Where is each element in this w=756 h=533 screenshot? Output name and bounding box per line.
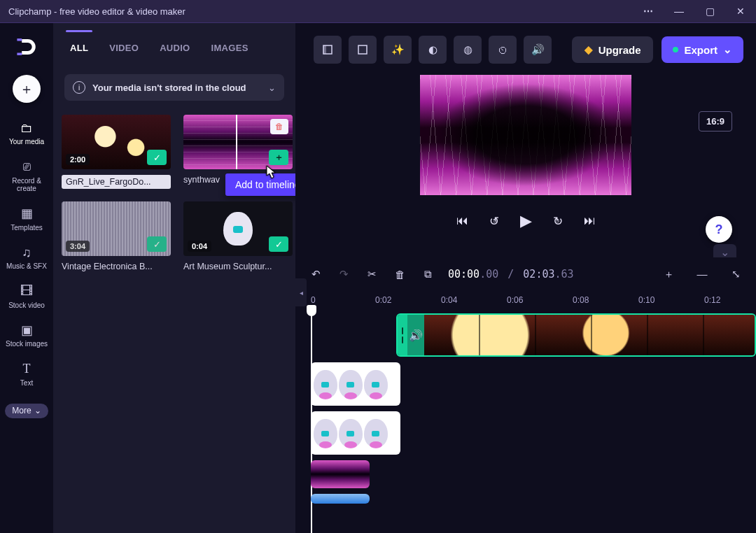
upgrade-button[interactable]: ◆ Upgrade xyxy=(572,36,654,63)
timeline-clip-video[interactable]: 🔊 xyxy=(396,313,756,357)
scrub-indicator xyxy=(236,115,237,169)
check-icon: ✓ xyxy=(147,236,167,252)
help-button[interactable]: ? xyxy=(706,216,732,243)
tab-video[interactable]: VIDEO xyxy=(106,37,141,63)
close-button[interactable]: ✕ xyxy=(725,1,756,22)
effects-button[interactable]: ✨ xyxy=(384,36,412,64)
ruler-mark: 0:02 xyxy=(375,295,391,305)
copy-button[interactable]: ⧉ xyxy=(420,268,435,280)
nav-label: Your media xyxy=(9,138,44,146)
rewind-5s-button[interactable]: ↺5 xyxy=(489,214,499,229)
crop-button[interactable] xyxy=(349,36,377,64)
delete-media-button[interactable]: 🗑 xyxy=(270,119,288,134)
nav-templates[interactable]: ▦ Templates xyxy=(1,203,52,239)
clip-thumbnail xyxy=(424,315,755,355)
nav-record-create[interactable]: ⎚ Record & create xyxy=(1,156,52,200)
import-media-button[interactable]: ＋ xyxy=(13,75,41,103)
tab-images[interactable]: IMAGES xyxy=(209,37,251,63)
media-item[interactable]: 3:04 ✓ Vintage Electronica B... xyxy=(62,201,171,271)
track-row[interactable] xyxy=(295,491,756,505)
clipchamp-logo xyxy=(10,30,43,64)
timeline-clip-video[interactable] xyxy=(311,460,370,488)
cloud-notice-text: Your media isn't stored in the cloud xyxy=(92,83,246,93)
media-duration: 3:04 xyxy=(66,241,90,252)
media-item[interactable]: 🗑 ＋ synthwav Add to timeline xyxy=(183,115,293,189)
timeline-clip-image[interactable] xyxy=(311,411,400,455)
track-row[interactable] xyxy=(295,360,756,408)
media-thumbnail[interactable]: 3:04 ✓ xyxy=(62,201,171,256)
zoom-in-button[interactable]: ＋ xyxy=(661,268,676,281)
add-to-timeline-button[interactable]: ＋ xyxy=(269,150,288,165)
layout-button[interactable] xyxy=(314,36,342,64)
minimize-button[interactable]: — xyxy=(664,1,694,22)
nav-more-button[interactable]: More⌄ xyxy=(5,404,48,418)
split-button[interactable]: ✂ xyxy=(364,268,379,280)
tab-all[interactable]: ALL xyxy=(67,37,91,63)
timeline-tracks[interactable]: 🔊 xyxy=(295,311,756,533)
media-thumbnail[interactable]: 2:00 ✓ xyxy=(62,115,171,169)
nav-label: Record & create xyxy=(12,177,41,193)
collapse-preview-button[interactable]: ⌄ xyxy=(713,244,736,259)
adjust-button[interactable]: ◐ xyxy=(419,36,447,64)
clip-resize-handle[interactable] xyxy=(398,315,407,355)
collapse-panel-button[interactable]: ◂ xyxy=(295,278,307,306)
ruler-mark: 0:08 xyxy=(573,295,589,305)
nav-label: Stock images xyxy=(6,340,48,348)
image-icon: ▣ xyxy=(21,323,33,337)
svg-rect-3 xyxy=(323,45,326,54)
media-tabs: ALL VIDEO AUDIO IMAGES xyxy=(53,23,295,63)
skip-start-button[interactable]: ⏮ xyxy=(456,214,468,228)
video-preview[interactable] xyxy=(420,75,631,195)
nav-your-media[interactable]: 🗀 Your media xyxy=(1,117,52,153)
chevron-down-icon: ⌄ xyxy=(723,43,732,56)
skip-end-button[interactable]: ⏭ xyxy=(584,214,596,228)
camera-icon: ⎚ xyxy=(23,160,31,174)
speed-button[interactable]: ⏲ xyxy=(489,36,517,64)
transport-controls: ⏮ ↺5 ▶ ↻5 ⏭ xyxy=(456,212,596,230)
zoom-controls: ＋ — ⤡ xyxy=(661,268,743,281)
status-dot-icon xyxy=(673,47,678,52)
media-grid: 2:00 ✓ GnR_Live_FargoDo... 🗑 ＋ synthwav … xyxy=(53,106,295,285)
zoom-fit-button[interactable]: ⤡ xyxy=(728,268,743,281)
editor-stage: ✨ ◐ ◍ ⏲ 🔊 ◆ Upgrade Export ⌄ xyxy=(295,23,756,533)
filter-button[interactable]: ◍ xyxy=(454,36,482,64)
volume-button[interactable]: 🔊 xyxy=(524,36,552,64)
play-button[interactable]: ▶ xyxy=(520,212,532,230)
nav-label: Templates xyxy=(10,224,43,232)
delete-button[interactable]: 🗑 xyxy=(392,269,407,280)
forward-5s-button[interactable]: ↻5 xyxy=(553,214,563,229)
clip-audio-icon[interactable]: 🔊 xyxy=(407,315,424,355)
cloud-notice[interactable]: i Your media isn't stored in the cloud ⌄ xyxy=(64,74,284,101)
export-button[interactable]: Export ⌄ xyxy=(662,36,743,63)
track-row[interactable] xyxy=(295,408,756,457)
track-row[interactable] xyxy=(295,457,756,491)
nav-stock-video[interactable]: 🎞 Stock video xyxy=(1,280,52,317)
media-thumbnail[interactable]: 🗑 ＋ xyxy=(183,115,293,169)
media-panel: ALL VIDEO AUDIO IMAGES i Your media isn'… xyxy=(53,23,295,533)
timeline-ruler[interactable]: ◂ 0 0:02 0:04 0:06 0:08 0:10 0:12 xyxy=(295,291,756,311)
media-thumbnail[interactable]: 0:04 ✓ xyxy=(183,201,293,256)
music-icon: ♫ xyxy=(22,246,31,260)
aspect-ratio-selector[interactable]: 16:9 xyxy=(699,111,732,132)
nav-text[interactable]: T Text xyxy=(1,358,52,395)
info-icon: i xyxy=(73,81,85,94)
timeline-clip-audio[interactable] xyxy=(311,494,370,504)
nav-label: Text xyxy=(20,379,33,388)
add-to-timeline-tooltip: Add to timeline xyxy=(225,173,295,196)
nav-stock-images[interactable]: ▣ Stock images xyxy=(1,319,52,355)
media-item[interactable]: 2:00 ✓ GnR_Live_FargoDo... xyxy=(62,115,171,189)
undo-button[interactable]: ↶ xyxy=(308,268,323,280)
svg-rect-1 xyxy=(17,53,22,55)
check-icon: ✓ xyxy=(269,236,288,252)
media-item[interactable]: 0:04 ✓ Art Museum Sculptur... xyxy=(183,201,293,271)
nav-music-sfx[interactable]: ♫ Music & SFX xyxy=(1,241,52,278)
film-icon: 🎞 xyxy=(20,285,33,299)
tab-audio[interactable]: AUDIO xyxy=(157,37,192,63)
zoom-out-button[interactable]: — xyxy=(694,268,710,281)
track-row[interactable]: 🔊 xyxy=(295,311,756,360)
redo-button[interactable]: ↷ xyxy=(336,268,351,280)
timeline-clip-image[interactable] xyxy=(311,362,400,406)
maximize-button[interactable]: ▢ xyxy=(694,1,725,22)
nav-rail: ＋ 🗀 Your media ⎚ Record & create ▦ Templ… xyxy=(0,23,53,533)
more-options-button[interactable]: ⋯ xyxy=(633,1,664,22)
